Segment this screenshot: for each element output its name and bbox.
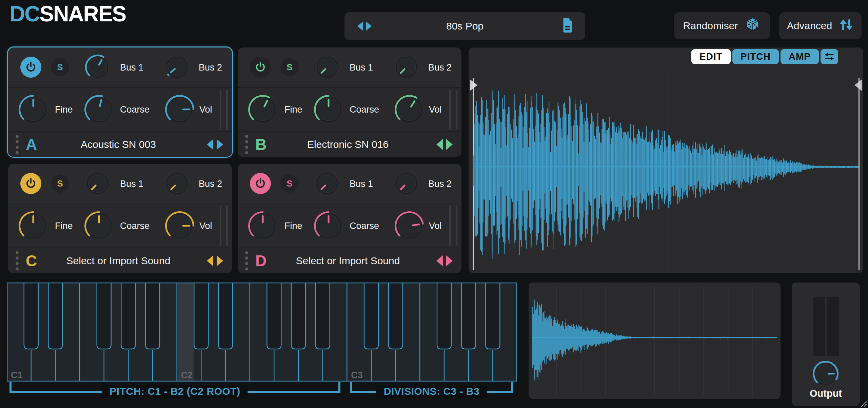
- sample-name[interactable]: Electronic SN 016: [277, 139, 419, 150]
- black-key[interactable]: [48, 283, 62, 349]
- preview-waveform-display[interactable]: [532, 285, 777, 396]
- solo-button[interactable]: S: [280, 174, 299, 193]
- slot-scrollbar[interactable]: [220, 206, 228, 246]
- preset-bar: 80s Pop: [344, 12, 585, 40]
- bus1-knob[interactable]: [314, 54, 340, 81]
- solo-button[interactable]: S: [51, 58, 69, 76]
- dice-icon: [745, 17, 761, 35]
- resize-grip-icon[interactable]: [860, 400, 867, 407]
- fine-label: Fine: [55, 104, 73, 115]
- black-key[interactable]: [121, 283, 135, 349]
- loop-end-line[interactable]: [859, 78, 860, 270]
- black-key[interactable]: [364, 283, 378, 349]
- swap-button[interactable]: [821, 49, 838, 64]
- slot-letter: C: [26, 252, 37, 270]
- slot-bus-row: S Bus 1 Bus 2: [8, 47, 232, 87]
- slot-tune-row: Fine Coarse Vol: [238, 203, 461, 248]
- main-waveform-display[interactable]: [473, 74, 859, 270]
- slot-tune-row: Fine Coarse Vol: [238, 87, 461, 131]
- wave-editor-panel: EDIT PITCH AMP: [469, 47, 863, 273]
- coarse-knob[interactable]: [314, 211, 343, 242]
- bus2-label: Bus 2: [199, 178, 222, 189]
- level-meter-right: [827, 297, 839, 356]
- sample-name[interactable]: Select or Import Sound: [47, 255, 190, 267]
- vol-knob[interactable]: [394, 95, 424, 126]
- bus2-knob[interactable]: [164, 54, 190, 81]
- drag-handle-icon[interactable]: [16, 251, 19, 270]
- next-sample-button[interactable]: [446, 139, 453, 150]
- slot-scrollbar[interactable]: [220, 90, 228, 129]
- black-key[interactable]: [437, 283, 451, 349]
- vol-knob[interactable]: [165, 95, 195, 126]
- power-button[interactable]: [250, 57, 271, 78]
- keyboard-panel: C1C2C3: [7, 283, 517, 382]
- power-button[interactable]: [20, 57, 41, 78]
- randomiser-label: Randomiser: [683, 20, 738, 32]
- black-key[interactable]: [267, 283, 281, 349]
- bus1-knob[interactable]: [85, 54, 111, 81]
- slot-letter: B: [255, 135, 267, 154]
- black-key[interactable]: [316, 283, 330, 349]
- advanced-button[interactable]: Advanced: [779, 12, 862, 39]
- output-knob[interactable]: [812, 361, 839, 388]
- slot-tune-row: Fine Coarse Vol: [8, 203, 232, 248]
- slot-name-row: D Select or Import Sound: [238, 248, 461, 273]
- black-key[interactable]: [24, 283, 38, 349]
- slot-scrollbar[interactable]: [449, 90, 457, 129]
- randomiser-button[interactable]: Randomiser: [674, 12, 770, 39]
- sample-name[interactable]: Acoustic SN 003: [47, 139, 190, 150]
- coarse-knob[interactable]: [84, 95, 114, 126]
- bus1-knob[interactable]: [314, 171, 340, 198]
- vol-knob[interactable]: [394, 211, 424, 242]
- coarse-label: Coarse: [120, 104, 150, 115]
- slot-name-row: B Electronic SN 016: [238, 131, 461, 157]
- black-key[interactable]: [97, 283, 111, 349]
- octave-label: C1: [11, 370, 23, 380]
- tab-amp[interactable]: AMP: [781, 49, 819, 64]
- solo-button[interactable]: S: [280, 58, 299, 76]
- bus2-label: Bus 2: [199, 62, 222, 73]
- preset-menu-icon[interactable]: [561, 18, 574, 35]
- black-key[interactable]: [218, 283, 233, 349]
- black-key[interactable]: [486, 283, 500, 349]
- prev-sample-button[interactable]: [436, 255, 443, 266]
- drag-handle-icon[interactable]: [16, 135, 19, 154]
- coarse-knob[interactable]: [84, 211, 114, 242]
- black-key[interactable]: [291, 283, 305, 349]
- bus2-knob[interactable]: [164, 171, 190, 198]
- black-key[interactable]: [194, 283, 208, 349]
- tab-pitch[interactable]: PITCH: [732, 49, 779, 64]
- fine-knob[interactable]: [248, 211, 278, 242]
- power-button[interactable]: [250, 173, 271, 194]
- bus2-knob[interactable]: [394, 171, 419, 198]
- fine-knob[interactable]: [248, 95, 278, 126]
- next-sample-button[interactable]: [217, 139, 223, 150]
- prev-sample-button[interactable]: [207, 255, 213, 266]
- bus1-knob[interactable]: [85, 171, 111, 198]
- next-sample-button[interactable]: [446, 255, 453, 266]
- black-key[interactable]: [145, 283, 160, 349]
- black-key[interactable]: [389, 283, 403, 349]
- fine-label: Fine: [284, 104, 302, 115]
- slot-scrollbar[interactable]: [449, 206, 457, 246]
- solo-button[interactable]: S: [51, 174, 69, 193]
- coarse-knob[interactable]: [314, 95, 343, 126]
- vol-knob[interactable]: [165, 211, 195, 242]
- sample-nav: [207, 255, 223, 266]
- sample-name[interactable]: Select or Import Sound: [277, 255, 419, 267]
- black-key[interactable]: [461, 283, 476, 349]
- fine-knob[interactable]: [18, 211, 48, 242]
- drag-handle-icon[interactable]: [245, 251, 248, 270]
- slot-name-row: C Select or Import Sound: [8, 248, 232, 273]
- prev-sample-button[interactable]: [436, 139, 443, 150]
- preset-name[interactable]: 80s Pop: [344, 12, 585, 40]
- bus2-knob[interactable]: [394, 54, 419, 81]
- tab-edit[interactable]: EDIT: [691, 49, 731, 64]
- next-sample-button[interactable]: [217, 255, 223, 266]
- drag-handle-icon[interactable]: [245, 135, 248, 154]
- prev-sample-button[interactable]: [207, 139, 213, 150]
- sample-nav: [436, 255, 453, 266]
- power-button[interactable]: [20, 173, 41, 194]
- keyboard[interactable]: C1C2C3: [7, 283, 517, 382]
- fine-knob[interactable]: [18, 95, 48, 126]
